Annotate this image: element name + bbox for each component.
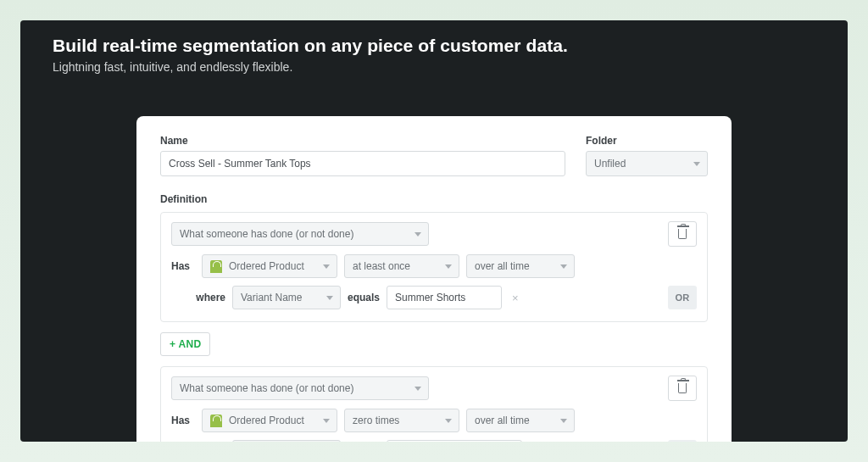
- property-value-input[interactable]: [387, 286, 502, 309]
- timespan-value: over all time: [475, 260, 530, 272]
- metric-value: Ordered Product: [229, 415, 304, 426]
- has-keyword: Has: [171, 260, 195, 272]
- operator-label: equals: [348, 292, 380, 303]
- chevron-down-icon: [560, 419, 567, 423]
- feature-panel: Build real-time segmentation on any piec…: [20, 20, 848, 442]
- has-keyword: Has: [171, 415, 195, 426]
- clear-filter-button[interactable]: ×: [509, 292, 522, 304]
- condition-type-select[interactable]: What someone has done (or not done): [171, 222, 429, 246]
- timespan-select[interactable]: over all time: [466, 254, 575, 278]
- chevron-down-icon: [445, 419, 452, 423]
- hero-title: Build real-time segmentation on any piec…: [53, 36, 815, 56]
- condition-block: What someone has done (or not done) Has …: [160, 212, 708, 322]
- frequency-select[interactable]: zero times: [344, 409, 459, 432]
- property-select[interactable]: Variant Name: [232, 286, 341, 309]
- property-value: Variant Name: [241, 292, 302, 303]
- name-label: Name: [160, 135, 565, 147]
- hero-subtitle: Lightning fast, intuitive, and endlessly…: [53, 60, 815, 74]
- chevron-down-icon: [323, 264, 330, 269]
- shopify-bag-icon: [210, 415, 222, 427]
- folder-select-value: Unfiled: [594, 158, 626, 170]
- chevron-down-icon: [326, 296, 333, 300]
- metric-value: Ordered Product: [229, 260, 304, 272]
- chevron-down-icon: [415, 387, 421, 391]
- property-value-input[interactable]: [387, 440, 522, 442]
- condition-type-value: What someone has done (or not done): [180, 228, 353, 240]
- trash-icon: [678, 383, 687, 393]
- property-select[interactable]: Variant Name: [232, 440, 341, 442]
- metric-select[interactable]: Ordered Product: [202, 409, 337, 432]
- segment-name-input[interactable]: [160, 151, 565, 176]
- chevron-down-icon: [693, 162, 700, 166]
- condition-block: What someone has done (or not done) Has …: [160, 366, 708, 442]
- frequency-value: zero times: [353, 415, 399, 426]
- where-keyword: where: [185, 292, 225, 303]
- shopify-bag-icon: [210, 260, 222, 273]
- condition-type-value: What someone has done (or not done): [180, 382, 353, 394]
- add-and-button[interactable]: + AND: [160, 332, 210, 356]
- timespan-value: over all time: [475, 415, 530, 426]
- timespan-select[interactable]: over all time: [466, 409, 575, 432]
- folder-label: Folder: [586, 135, 708, 147]
- chevron-down-icon: [323, 419, 330, 423]
- or-button[interactable]: OR: [668, 286, 697, 309]
- delete-condition-button[interactable]: [668, 221, 697, 247]
- segment-builder-panel: Name Folder Unfiled Definition What some…: [136, 116, 732, 442]
- delete-condition-button[interactable]: [668, 376, 697, 401]
- chevron-down-icon: [445, 264, 452, 269]
- condition-type-select[interactable]: What someone has done (or not done): [171, 376, 429, 400]
- frequency-select[interactable]: at least once: [344, 254, 459, 278]
- definition-label: Definition: [160, 193, 708, 205]
- chevron-down-icon: [560, 264, 567, 269]
- folder-select[interactable]: Unfiled: [586, 151, 708, 176]
- or-button[interactable]: OR: [668, 440, 697, 442]
- frequency-value: at least once: [353, 260, 410, 272]
- chevron-down-icon: [415, 232, 421, 237]
- metric-select[interactable]: Ordered Product: [202, 254, 337, 278]
- trash-icon: [678, 229, 687, 239]
